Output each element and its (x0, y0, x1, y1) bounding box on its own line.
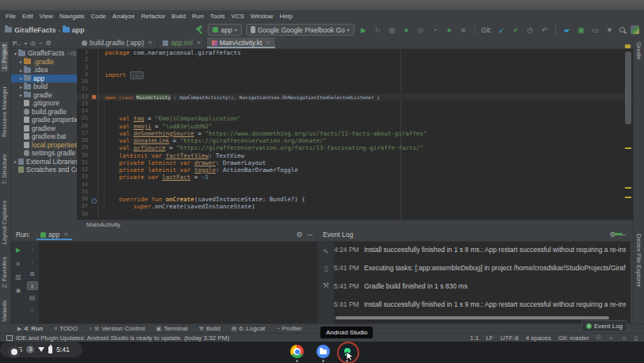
run-button[interactable]: ▶ (358, 25, 369, 35)
project-view-selector[interactable]: P... (13, 40, 21, 47)
trash-icon[interactable]: ▯ (634, 334, 638, 342)
tree-item-local-properties[interactable]: local.properties (11, 141, 77, 150)
code-line-38[interactable]: 38 (77, 211, 633, 218)
event-log-entry[interactable]: 5:41 PMGradle build finished in 1 s 830 … (334, 282, 626, 300)
emoji-indicator-icon[interactable]: ☺ (621, 334, 627, 342)
tool-strip-7-structure[interactable]: 7: Structure (1, 154, 8, 185)
menu-tools[interactable]: Tools (207, 13, 228, 20)
device-file-explorer-button[interactable]: ▰ (562, 25, 572, 35)
chrome-app-icon[interactable] (290, 345, 304, 358)
locate-file-button[interactable]: ◎ (30, 40, 36, 47)
tree-item-build-gradle[interactable]: build.gradle (11, 108, 77, 117)
menu-vcs[interactable]: VCS (228, 13, 247, 20)
restore-layout-button[interactable]: ▥ (13, 273, 24, 281)
code-line-32[interactable]: 32 private lateinit var toggle: ActionBa… (77, 166, 633, 174)
status-segment-2[interactable]: UTF-8 (500, 334, 519, 342)
inspections-warning-icon[interactable] (625, 44, 631, 48)
code-line-21[interactable]: 21 (77, 86, 633, 93)
editor-error-stripe[interactable] (623, 49, 633, 220)
menu-view[interactable]: View (36, 13, 56, 20)
log-settings-button[interactable]: ⚒ (321, 281, 332, 290)
status-segment-3[interactable]: 4 spaces (526, 334, 551, 342)
tool-strip-device-file-explorer[interactable]: Device File Explorer (635, 234, 642, 287)
menu-analyze[interactable]: Analyze (109, 13, 138, 20)
highlight-level-icon[interactable]: ☺ (608, 334, 615, 342)
code-line-28[interactable]: 28 val donateLink = "https://giraffecons… (77, 137, 633, 144)
git-history-button[interactable]: ◷ (525, 25, 535, 35)
device-dropdown[interactable]: Google Google Pixelbook Go▾ (246, 24, 355, 36)
profile-app-button[interactable]: ● (444, 25, 454, 35)
tree-item-settings-gradle[interactable]: settings.gradle (11, 149, 77, 158)
menu-file[interactable]: File (2, 13, 19, 20)
user-avatar[interactable] (631, 25, 639, 34)
editor-scrollbar-thumb[interactable] (625, 52, 631, 124)
event-log-entry[interactable]: 5:41 PMExecuting tasks: [:app:assembleDe… (334, 264, 626, 282)
warning-mark[interactable] (625, 197, 631, 198)
git-commit-button[interactable]: ✔ (511, 25, 521, 35)
tree-item-external-libraries[interactable]: ▸External Libraries (11, 158, 77, 166)
code-line-24[interactable]: 24 (77, 108, 633, 115)
tree-item-gradle-properties[interactable]: gradle.properties (11, 116, 77, 124)
code-line-2[interactable]: 2 (77, 56, 633, 63)
tool-strip-2-favorites[interactable]: 2: Favorites (1, 257, 8, 288)
apply-changes-button[interactable]: ↻ (373, 25, 383, 35)
breadcrumb-class[interactable]: MainActivity (86, 221, 121, 228)
code-line-26[interactable]: 26 val emoji = "\ud83e\udd92" (77, 123, 633, 130)
menu-help[interactable]: Help (276, 13, 295, 20)
attach-debugger-button[interactable]: ◍ (416, 25, 426, 35)
code-line-23[interactable]: 23 (77, 101, 633, 108)
tool-strip-gradle[interactable]: Gradle (635, 42, 642, 60)
toolwindow-build[interactable]: ⚒Build (194, 324, 225, 334)
launcher-button[interactable] (8, 346, 21, 358)
close-icon[interactable]: ✕ (197, 40, 201, 46)
menu-run[interactable]: Run (189, 13, 207, 20)
tool-strip-1-project[interactable]: 1: Project (1, 42, 8, 72)
print-button[interactable]: ▤ (27, 293, 38, 302)
code-line-33[interactable]: 33 private var lastFact = -1 (77, 174, 633, 181)
event-log-entry[interactable]: 4:24 PMInstall successfully finished in … (334, 246, 626, 264)
toolwindow-4-run[interactable]: ▶4: Run (13, 324, 48, 334)
sdk-manager-button[interactable]: ▼ (604, 25, 615, 35)
soft-wrap-button[interactable]: ≣ (27, 269, 38, 278)
device-manager-button[interactable]: ▭ (590, 25, 600, 35)
up-stack-trace-button[interactable]: ↑ (27, 246, 38, 254)
event-log-badge[interactable]: 1 Event Log (581, 320, 627, 332)
clear-all-button[interactable]: ▯ (27, 305, 38, 314)
tree-item-scratches-and-consoles[interactable]: Scratches and Consoles (11, 166, 77, 174)
code-line-29[interactable]: 29 val gcfSource = "https://giraffeconse… (77, 144, 633, 151)
tree-item--gitignore[interactable]: .gitignore (11, 99, 77, 108)
code-line-37[interactable]: 37 super.onCreate(savedInstanceState) (77, 203, 633, 210)
toolwindow-todo[interactable]: ≡TODO (49, 324, 82, 334)
code-line-1[interactable]: 1package com.naranjaconsal.giraffefacts (77, 49, 633, 56)
tree-item--idea[interactable]: ▸.idea (11, 66, 77, 75)
tree-item-gradlew-bat[interactable]: gradlew.bat (11, 132, 77, 141)
menu-build[interactable]: Build (168, 13, 189, 20)
horizontal-scrollbar[interactable] (335, 316, 609, 319)
settings-icon[interactable]: ⚙ (297, 231, 303, 239)
menu-edit[interactable]: Edit (19, 13, 36, 20)
tab-app-iml[interactable]: app.iml✕ (158, 37, 206, 48)
code-line-34[interactable]: 34 (77, 182, 633, 189)
layout-inspector-button[interactable]: ▣ (576, 25, 586, 35)
tree-item-app[interactable]: ▸app (11, 75, 77, 83)
tree-item-gradlew[interactable]: gradlew (11, 124, 77, 133)
breadcrumb-item[interactable]: GiraffeFacts (14, 26, 56, 34)
status-segment-4[interactable]: Git: master (558, 334, 589, 342)
tab-build-gradle-app-[interactable]: build.gradle (:app)✕ (77, 37, 158, 48)
code-editor[interactable]: 1package com.naranjaconsal.giraffefacts2… (77, 49, 633, 220)
debug-button[interactable]: ● (401, 25, 412, 35)
down-stack-trace-button[interactable]: ↓ (27, 258, 38, 266)
tool-strip-resource-manager[interactable]: Resource Manager (1, 86, 8, 137)
close-icon[interactable]: ✕ (63, 231, 68, 238)
run-config-dropdown[interactable]: app▾ (208, 24, 241, 36)
profiler-button[interactable]: ◔ (430, 25, 440, 35)
close-icon[interactable]: ✕ (148, 40, 153, 46)
code-line-36[interactable]: 36↑ override fun onCreate(savedInstanceS… (77, 196, 633, 203)
settings-icon[interactable]: ⚙ (45, 40, 51, 47)
toolwindow-profiler[interactable]: ◔Profiler (271, 324, 307, 334)
close-icon[interactable]: ✕ (266, 40, 270, 46)
tab-mainactivity-kt[interactable]: MainActivity.kt✕ (207, 37, 277, 48)
tree-item-build[interactable]: ▸build (11, 82, 77, 91)
code-line-25[interactable]: 25 val tag = "EmojiCompatApplication" (77, 115, 633, 122)
code-line-4[interactable]: 4import ... (77, 71, 633, 78)
